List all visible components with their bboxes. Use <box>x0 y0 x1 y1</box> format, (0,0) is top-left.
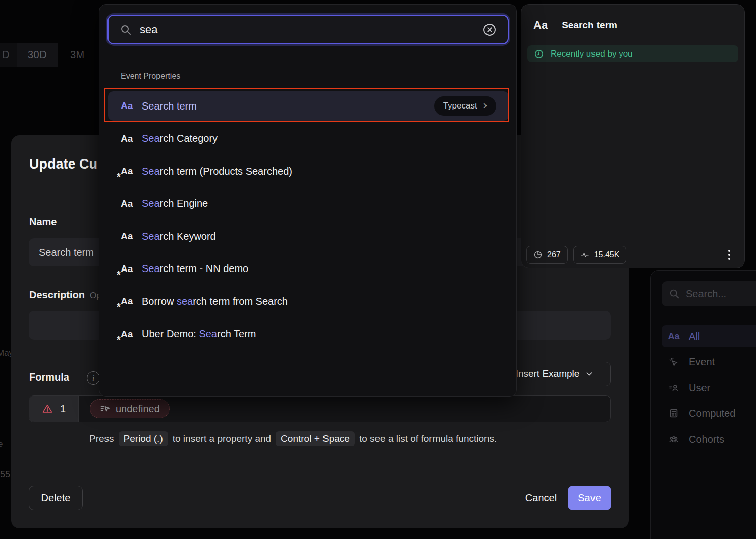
formula-input-area[interactable]: undefined <box>79 396 610 422</box>
sidebar-item-computed[interactable]: Computed <box>662 402 756 424</box>
text-type-icon: Aa <box>533 19 548 32</box>
formula-error-gutter: 1 <box>29 396 79 422</box>
user-icon <box>668 382 680 394</box>
save-button[interactable]: Save <box>568 486 611 510</box>
property-result-row[interactable]: Aa* Search Category <box>108 124 509 153</box>
result-label: Borrow search term from Search <box>142 296 496 307</box>
formula-helper-text: Press Period (.) to insert a property an… <box>89 431 497 446</box>
app-screen: D30D3M May e 55 Aa All Event User Comput… <box>0 0 756 539</box>
sidebar-item-label: All <box>689 331 700 342</box>
timeframe-tab[interactable]: 3M <box>58 43 97 67</box>
event-icon <box>668 356 680 368</box>
sidebar-item-label: Event <box>689 356 715 368</box>
text-type-icon: Aa* <box>121 133 142 144</box>
clear-circle-icon <box>482 23 497 37</box>
text-type-icon: Aa* <box>121 329 142 340</box>
delete-button[interactable]: Delete <box>29 486 83 510</box>
result-label: Search term (Products Searched) <box>142 166 496 177</box>
timeframe-tabs: D30D3M <box>0 43 97 67</box>
text-type-icon: Aa* <box>121 296 142 307</box>
sidebar-item-event[interactable]: Event <box>662 351 756 373</box>
divider <box>0 67 99 67</box>
text-type-icon: Aa* <box>121 198 142 209</box>
property-result-row[interactable]: Aa* Search Engine <box>108 189 509 219</box>
undefined-label: undefined <box>116 403 160 415</box>
divider <box>521 238 744 238</box>
property-result-row[interactable]: Aa* Search term Typecast› <box>108 91 509 121</box>
sidebar-item-list: Aa All Event User Computed Cohorts <box>662 325 756 454</box>
chevron-right-icon: › <box>483 100 487 111</box>
kbd-control-space-chip: Control + Space <box>276 431 355 446</box>
kbd-period-chip: Period (.) <box>119 431 168 446</box>
sidebar-item-label: Computed <box>689 408 735 419</box>
property-detail-panel: Aa Search term Recently used by you 267 … <box>521 4 745 268</box>
divider <box>0 489 11 489</box>
warning-icon <box>42 403 53 414</box>
name-label: Name <box>29 216 57 228</box>
cohorts-icon <box>668 433 680 445</box>
timeframe-tab[interactable]: D <box>0 43 17 67</box>
computed-icon <box>668 407 680 419</box>
custom-property-icon <box>99 403 111 414</box>
stat-pill[interactable]: 267 <box>526 246 568 264</box>
divider <box>0 347 9 347</box>
dropdown-search-field[interactable] <box>107 15 509 44</box>
divider <box>0 109 99 109</box>
result-label: Search term - NN demo <box>142 263 496 275</box>
typecast-button[interactable]: Typecast› <box>434 96 496 116</box>
pie-chart-icon <box>533 250 543 259</box>
stat-value: 15.45K <box>594 250 620 259</box>
stat-value: 267 <box>547 250 561 259</box>
text-type-icon: Aa* <box>121 231 142 242</box>
undefined-property-pill[interactable]: undefined <box>90 399 170 418</box>
text-type-icon: Aa* <box>121 100 142 112</box>
property-title: Search term <box>562 20 617 31</box>
clear-search-button[interactable] <box>482 23 497 37</box>
section-header: Event Properties <box>121 72 180 81</box>
chevron-down-icon <box>585 370 593 378</box>
sidebar-search-field[interactable] <box>662 281 756 306</box>
modal-title: Update Cu <box>29 156 97 172</box>
formula-label: Formula <box>29 371 69 383</box>
name-value: Search term <box>39 247 94 258</box>
text-type-icon: Aa* <box>121 263 142 275</box>
property-result-row[interactable]: Aa* Borrow search term from Search <box>108 287 509 316</box>
result-label: Search Category <box>142 133 496 144</box>
property-stats: 267 15.45K <box>526 246 626 264</box>
search-icon <box>120 24 132 36</box>
results-list: Aa* Search term Typecast› Aa* Search Cat… <box>108 91 509 352</box>
axis-label-fragment: e <box>0 439 3 449</box>
text-type-icon: Aa* <box>121 166 142 177</box>
sidebar-item-user[interactable]: User <box>662 376 756 399</box>
result-label: Search Keyword <box>142 231 496 242</box>
result-label: Uber Demo: Search Term <box>142 328 496 340</box>
sidebar-item-label: User <box>689 382 710 394</box>
cancel-button[interactable]: Cancel <box>513 486 569 510</box>
property-result-row[interactable]: Aa* Search term - NN demo <box>108 254 509 284</box>
recently-used-badge: Recently used by you <box>527 45 738 62</box>
property-result-row[interactable]: Aa* Search Keyword <box>108 222 509 251</box>
sidebar-search-input[interactable] <box>686 288 756 300</box>
clock-icon <box>534 49 544 59</box>
text-type-icon: Aa <box>668 330 680 342</box>
stat-pill[interactable]: 15.45K <box>573 246 627 264</box>
insert-example-label: Insert Example <box>516 368 580 380</box>
timeframe-tab[interactable]: 30D <box>17 43 58 67</box>
dropdown-search-input[interactable] <box>140 23 474 36</box>
search-icon <box>669 288 680 299</box>
property-result-row[interactable]: Aa* Uber Demo: Search Term <box>108 319 509 349</box>
more-options-button[interactable] <box>721 247 737 263</box>
error-line-number: 1 <box>60 403 66 415</box>
result-label: Search Engine <box>142 198 496 209</box>
axis-label-fragment: 55 <box>0 469 10 480</box>
activity-icon <box>580 250 589 259</box>
sidebar-item-cohorts[interactable]: Cohorts <box>662 428 756 450</box>
property-search-dropdown: Event Properties Aa* Search term Typecas… <box>99 4 517 397</box>
result-label: Search term <box>142 100 434 112</box>
property-type-sidebar: Aa All Event User Computed Cohorts <box>650 270 756 539</box>
property-result-row[interactable]: Aa* Search term (Products Searched) <box>108 156 509 186</box>
sidebar-item-label: Cohorts <box>689 434 724 445</box>
info-icon[interactable]: i <box>87 371 100 385</box>
formula-editor[interactable]: 1 undefined <box>29 395 611 422</box>
sidebar-item-all[interactable]: Aa All <box>662 325 756 347</box>
